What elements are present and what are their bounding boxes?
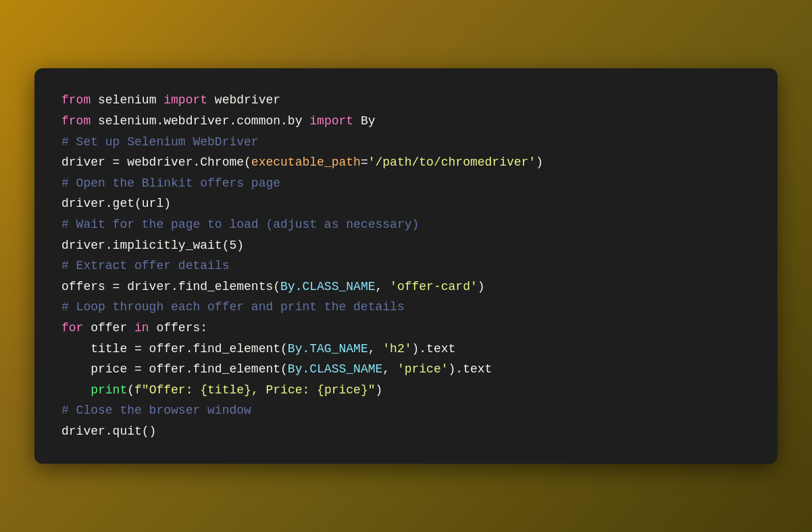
code-token: ) (478, 280, 485, 293)
code-token: driver.get(url) (61, 197, 171, 210)
code-line: # Extract offer details (61, 256, 751, 276)
code-token: By (353, 114, 375, 128)
code-token: # Open the Blinkit offers page (61, 176, 280, 190)
code-line: driver = webdriver.Chrome(executable_pat… (61, 152, 751, 173)
code-token: 'h2' (382, 342, 411, 356)
code-token: in (134, 321, 149, 335)
code-token: import (163, 93, 207, 107)
code-token: # Loop through each offer and print the … (61, 300, 405, 314)
code-line: title = offer.find_element(By.TAG_NAME, … (61, 339, 751, 360)
code-token: By.CLASS_NAME (288, 362, 382, 376)
code-token: offers = driver.find_elements( (61, 280, 280, 293)
code-token: , (382, 362, 397, 376)
code-line: # Loop through each offer and print the … (61, 297, 751, 318)
code-line: for offer in offers: (61, 318, 751, 339)
code-token: import (309, 114, 353, 128)
code-token: # Set up Selenium WebDriver (61, 135, 259, 149)
code-token: = (361, 155, 368, 169)
code-line: print(f"Offer: {title}, Price: {price}") (61, 380, 751, 401)
code-token: for (61, 321, 83, 335)
code-line: driver.implicitly_wait(5) (61, 235, 751, 256)
code-block: from selenium import webdriverfrom selen… (61, 90, 751, 441)
code-token: title = offer.find_element( (61, 342, 288, 356)
code-token: 'price' (397, 362, 449, 376)
code-token: executable_path (251, 155, 361, 169)
code-token: from (61, 93, 91, 107)
code-token: driver.implicitly_wait(5) (61, 239, 244, 252)
code-token: ).text (412, 342, 456, 356)
code-token (61, 383, 91, 397)
code-token: '/path/to/chromedriver' (368, 155, 536, 169)
code-line: # Open the Blinkit offers page (61, 173, 751, 194)
code-line: driver.get(url) (61, 193, 751, 214)
code-token: ) (376, 383, 383, 397)
code-line: from selenium.webdriver.common.by import… (61, 111, 751, 132)
code-token: # Extract offer details (61, 259, 229, 272)
code-token: price = offer.find_element( (61, 362, 288, 376)
code-token: , (376, 280, 390, 293)
code-token: driver = webdriver.Chrome( (61, 155, 251, 169)
code-token: By.CLASS_NAME (280, 280, 375, 293)
code-line: # Close the browser window (61, 400, 751, 421)
code-line: price = offer.find_element(By.CLASS_NAME… (61, 359, 751, 380)
code-line: driver.quit() (61, 421, 751, 442)
code-token: f"Offer: {title}, Price: {price}" (134, 383, 375, 397)
code-token: from (61, 114, 91, 128)
code-token: offer (83, 321, 134, 335)
code-line: from selenium import webdriver (61, 90, 751, 111)
code-line: # Set up Selenium WebDriver (61, 132, 751, 153)
code-token: webdriver (207, 93, 280, 107)
code-token: print (91, 383, 127, 397)
code-token: ).text (449, 362, 492, 376)
code-token: By.TAG_NAME (288, 342, 368, 356)
code-token: , (368, 342, 383, 356)
code-container: from selenium import webdriverfrom selen… (34, 68, 778, 463)
code-line: offers = driver.find_elements(By.CLASS_N… (61, 276, 751, 297)
code-token: driver.quit() (61, 425, 156, 438)
code-token: # Close the browser window (61, 404, 251, 417)
code-token: selenium.webdriver.common.by (91, 114, 309, 128)
code-token: 'offer-card' (390, 280, 478, 293)
code-token: ) (536, 155, 543, 169)
code-token: offers: (149, 321, 207, 335)
code-token: ( (127, 383, 134, 397)
code-token: selenium (91, 93, 163, 107)
code-line: # Wait for the page to load (adjust as n… (61, 214, 751, 235)
code-token: # Wait for the page to load (adjust as n… (61, 218, 419, 231)
